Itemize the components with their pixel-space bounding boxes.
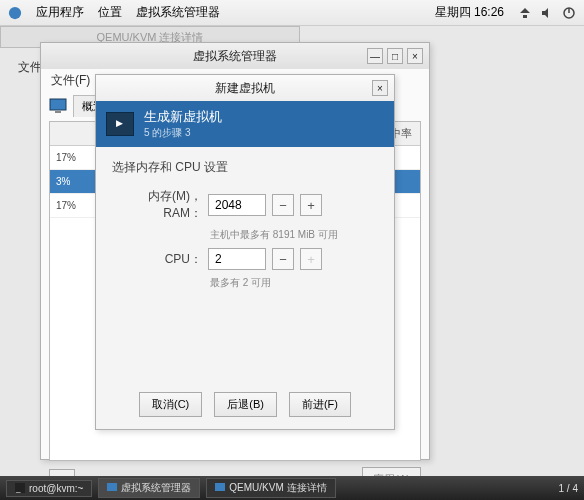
taskbar: _ root@kvm:~ 虚拟系统管理器 QEMU/KVM 连接详情 1 / 4 <box>0 476 584 500</box>
cpu-decrement[interactable]: − <box>272 248 294 270</box>
svg-rect-3 <box>50 99 66 110</box>
cpu-hint: 最多有 2 可用 <box>210 276 378 290</box>
desktop-topbar: 应用程序 位置 虚拟系统管理器 星期四 16:26 <box>0 0 584 26</box>
clock: 星期四 16:26 <box>435 4 504 21</box>
ram-label: 内存(M)，RAM： <box>112 188 202 222</box>
maximize-button[interactable]: □ <box>387 48 403 64</box>
task-connection[interactable]: QEMU/KVM 连接详情 <box>206 478 335 498</box>
close-button[interactable]: × <box>372 80 388 96</box>
terminal-icon: _ <box>15 483 25 493</box>
workspace-pager[interactable]: 1 / 4 <box>559 483 578 494</box>
menu-places[interactable]: 位置 <box>98 4 122 21</box>
ram-input[interactable] <box>208 194 266 216</box>
new-vm-wizard: 新建虚拟机 × 生成新虚拟机 5 的步骤 3 选择内存和 CPU 设置 内存(M… <box>95 74 395 430</box>
wizard-titlebar: 新建虚拟机 × <box>96 75 394 101</box>
network-icon[interactable] <box>518 6 532 20</box>
task-vm-manager[interactable]: 虚拟系统管理器 <box>98 478 200 498</box>
ram-hint: 主机中最多有 8191 MiB 可用 <box>210 228 378 242</box>
ram-decrement[interactable]: − <box>272 194 294 216</box>
wizard-header: 生成新虚拟机 5 的步骤 3 <box>96 101 394 147</box>
system-icon <box>8 6 22 20</box>
ram-increment[interactable]: + <box>300 194 322 216</box>
back-button[interactable]: 后退(B) <box>214 392 277 417</box>
window-title: 虚拟系统管理器 <box>193 48 277 65</box>
wizard-heading: 生成新虚拟机 <box>144 108 222 126</box>
svg-rect-8 <box>215 483 225 491</box>
app-title: 虚拟系统管理器 <box>136 4 220 21</box>
volume-icon[interactable] <box>540 6 554 20</box>
menu-applications[interactable]: 应用程序 <box>36 4 84 21</box>
svg-point-0 <box>9 6 21 18</box>
monitor-icon <box>107 483 117 493</box>
cpu-input[interactable] <box>208 248 266 270</box>
close-button[interactable]: × <box>407 48 423 64</box>
dialog-title: 新建虚拟机 <box>215 80 275 97</box>
svg-text:_: _ <box>15 484 21 493</box>
cpu-label: CPU： <box>112 251 202 268</box>
vm-icon <box>106 112 134 136</box>
monitor-icon <box>49 98 67 114</box>
menu-file[interactable]: 文件(F) <box>51 72 90 89</box>
forward-button[interactable]: 前进(F) <box>289 392 351 417</box>
monitor-icon <box>215 483 225 493</box>
power-icon[interactable] <box>562 6 576 20</box>
svg-rect-4 <box>55 111 61 113</box>
svg-rect-7 <box>107 483 117 491</box>
cpu-increment[interactable]: + <box>300 248 322 270</box>
section-label: 选择内存和 CPU 设置 <box>112 159 378 176</box>
task-terminal[interactable]: _ root@kvm:~ <box>6 480 92 497</box>
cancel-button[interactable]: 取消(C) <box>139 392 202 417</box>
vm-manager-titlebar: 虚拟系统管理器 — □ × <box>41 43 429 69</box>
minimize-button[interactable]: — <box>367 48 383 64</box>
wizard-step: 5 的步骤 3 <box>144 126 222 140</box>
